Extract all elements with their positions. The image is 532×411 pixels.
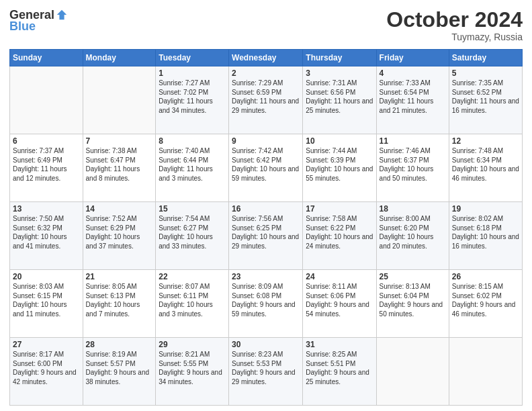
day-info: Sunrise: 7:33 AMSunset: 6:54 PMDaylight:… [380, 79, 446, 115]
calendar-week-row: 20Sunrise: 8:03 AMSunset: 6:15 PMDayligh… [10, 270, 523, 338]
day-number: 14 [86, 204, 153, 214]
day-info: Sunrise: 7:50 AMSunset: 6:32 PMDaylight:… [13, 214, 80, 250]
table-row: 24Sunrise: 8:11 AMSunset: 6:06 PMDayligh… [303, 270, 376, 338]
day-number: 18 [380, 204, 446, 214]
table-row: 12Sunrise: 7:48 AMSunset: 6:34 PMDayligh… [449, 134, 522, 202]
table-row [376, 338, 449, 406]
day-info: Sunrise: 8:00 AMSunset: 6:20 PMDaylight:… [380, 214, 446, 250]
day-number: 21 [86, 272, 153, 281]
col-tuesday: Tuesday [156, 50, 229, 66]
day-info: Sunrise: 7:42 AMSunset: 6:42 PMDaylight:… [232, 146, 300, 183]
day-info: Sunrise: 8:21 AMSunset: 5:55 PMDaylight:… [159, 350, 226, 386]
page-container: General Blue October 2024 Tuymazy, Russi… [0, 0, 532, 411]
header: General Blue October 2024 Tuymazy, Russi… [9, 8, 523, 42]
table-row: 20Sunrise: 8:03 AMSunset: 6:15 PMDayligh… [10, 270, 83, 338]
table-row: 4Sunrise: 7:33 AMSunset: 6:54 PMDaylight… [376, 66, 449, 134]
table-row: 9Sunrise: 7:42 AMSunset: 6:42 PMDaylight… [229, 134, 303, 202]
table-row: 2Sunrise: 7:29 AMSunset: 6:59 PMDaylight… [229, 66, 303, 134]
day-number: 15 [159, 204, 226, 214]
day-info: Sunrise: 7:52 AMSunset: 6:29 PMDaylight:… [86, 214, 153, 250]
day-info: Sunrise: 7:58 AMSunset: 6:22 PMDaylight:… [306, 214, 373, 250]
col-wednesday: Wednesday [229, 50, 303, 66]
day-info: Sunrise: 7:46 AMSunset: 6:37 PMDaylight:… [380, 146, 446, 183]
day-info: Sunrise: 7:40 AMSunset: 6:44 PMDaylight:… [159, 146, 226, 183]
location: Tuymazy, Russia [386, 32, 523, 42]
table-row: 10Sunrise: 7:44 AMSunset: 6:39 PMDayligh… [303, 134, 376, 202]
day-number: 5 [452, 68, 519, 78]
day-number: 16 [232, 204, 300, 214]
table-row: 25Sunrise: 8:13 AMSunset: 6:04 PMDayligh… [376, 270, 449, 338]
table-row: 11Sunrise: 7:46 AMSunset: 6:37 PMDayligh… [376, 134, 449, 202]
table-row: 28Sunrise: 8:19 AMSunset: 5:57 PMDayligh… [83, 338, 156, 406]
svg-marker-0 [57, 9, 66, 19]
table-row: 21Sunrise: 8:05 AMSunset: 6:13 PMDayligh… [83, 270, 156, 338]
day-number: 22 [159, 272, 226, 281]
day-info: Sunrise: 8:05 AMSunset: 6:13 PMDaylight:… [86, 282, 153, 318]
day-info: Sunrise: 8:15 AMSunset: 6:02 PMDaylight:… [452, 282, 519, 318]
calendar-week-row: 1Sunrise: 7:27 AMSunset: 7:02 PMDaylight… [10, 66, 523, 134]
col-friday: Friday [376, 50, 449, 66]
table-row: 19Sunrise: 8:02 AMSunset: 6:18 PMDayligh… [449, 202, 522, 270]
day-number: 13 [13, 204, 80, 214]
day-info: Sunrise: 7:54 AMSunset: 6:27 PMDaylight:… [159, 214, 226, 250]
day-number: 23 [232, 272, 300, 281]
table-row: 30Sunrise: 8:23 AMSunset: 5:53 PMDayligh… [229, 338, 303, 406]
table-row: 29Sunrise: 8:21 AMSunset: 5:55 PMDayligh… [156, 338, 229, 406]
day-info: Sunrise: 8:11 AMSunset: 6:06 PMDaylight:… [306, 282, 373, 318]
logo-blue: Blue [9, 19, 36, 34]
day-number: 25 [380, 272, 446, 281]
day-number: 7 [86, 136, 153, 146]
day-number: 10 [306, 136, 373, 146]
day-info: Sunrise: 7:29 AMSunset: 6:59 PMDaylight:… [232, 79, 300, 115]
table-row: 18Sunrise: 8:00 AMSunset: 6:20 PMDayligh… [376, 202, 449, 270]
month-title: October 2024 [386, 8, 523, 32]
day-info: Sunrise: 7:31 AMSunset: 6:56 PMDaylight:… [306, 79, 373, 115]
table-row: 22Sunrise: 8:07 AMSunset: 6:11 PMDayligh… [156, 270, 229, 338]
calendar-week-row: 13Sunrise: 7:50 AMSunset: 6:32 PMDayligh… [10, 202, 523, 270]
day-number: 12 [452, 136, 519, 146]
day-info: Sunrise: 8:23 AMSunset: 5:53 PMDaylight:… [232, 350, 300, 386]
day-number: 31 [306, 340, 373, 349]
day-info: Sunrise: 7:38 AMSunset: 6:47 PMDaylight:… [86, 146, 153, 183]
table-row: 17Sunrise: 7:58 AMSunset: 6:22 PMDayligh… [303, 202, 376, 270]
table-row: 7Sunrise: 7:38 AMSunset: 6:47 PMDaylight… [83, 134, 156, 202]
day-number: 3 [306, 68, 373, 78]
logo-icon [56, 9, 68, 21]
day-info: Sunrise: 7:56 AMSunset: 6:25 PMDaylight:… [232, 214, 300, 250]
col-monday: Monday [83, 50, 156, 66]
col-saturday: Saturday [449, 50, 522, 66]
day-info: Sunrise: 8:09 AMSunset: 6:08 PMDaylight:… [232, 282, 300, 318]
table-row: 16Sunrise: 7:56 AMSunset: 6:25 PMDayligh… [229, 202, 303, 270]
day-info: Sunrise: 8:25 AMSunset: 5:51 PMDaylight:… [306, 350, 373, 386]
day-number: 26 [452, 272, 519, 281]
day-number: 11 [380, 136, 446, 146]
table-row: 31Sunrise: 8:25 AMSunset: 5:51 PMDayligh… [303, 338, 376, 406]
day-number: 24 [306, 272, 373, 281]
table-row: 14Sunrise: 7:52 AMSunset: 6:29 PMDayligh… [83, 202, 156, 270]
day-info: Sunrise: 7:35 AMSunset: 6:52 PMDaylight:… [452, 79, 519, 115]
day-number: 8 [159, 136, 226, 146]
day-info: Sunrise: 8:03 AMSunset: 6:15 PMDaylight:… [13, 282, 80, 318]
calendar-header-row: Sunday Monday Tuesday Wednesday Thursday… [10, 50, 523, 66]
calendar-week-row: 27Sunrise: 8:17 AMSunset: 6:00 PMDayligh… [10, 338, 523, 406]
day-number: 4 [380, 68, 446, 78]
logo: General Blue [9, 8, 68, 34]
table-row: 6Sunrise: 7:37 AMSunset: 6:49 PMDaylight… [10, 134, 83, 202]
table-row: 1Sunrise: 7:27 AMSunset: 7:02 PMDaylight… [156, 66, 229, 134]
day-info: Sunrise: 7:37 AMSunset: 6:49 PMDaylight:… [13, 146, 80, 183]
table-row: 15Sunrise: 7:54 AMSunset: 6:27 PMDayligh… [156, 202, 229, 270]
day-number: 6 [13, 136, 80, 146]
col-thursday: Thursday [303, 50, 376, 66]
table-row: 23Sunrise: 8:09 AMSunset: 6:08 PMDayligh… [229, 270, 303, 338]
table-row: 26Sunrise: 8:15 AMSunset: 6:02 PMDayligh… [449, 270, 522, 338]
table-row [449, 338, 522, 406]
day-info: Sunrise: 7:44 AMSunset: 6:39 PMDaylight:… [306, 146, 373, 183]
day-number: 17 [306, 204, 373, 214]
calendar-table: Sunday Monday Tuesday Wednesday Thursday… [9, 49, 523, 406]
table-row [83, 66, 156, 134]
table-row: 5Sunrise: 7:35 AMSunset: 6:52 PMDaylight… [449, 66, 522, 134]
day-info: Sunrise: 8:07 AMSunset: 6:11 PMDaylight:… [159, 282, 226, 318]
table-row: 8Sunrise: 7:40 AMSunset: 6:44 PMDaylight… [156, 134, 229, 202]
table-row: 3Sunrise: 7:31 AMSunset: 6:56 PMDaylight… [303, 66, 376, 134]
day-info: Sunrise: 8:19 AMSunset: 5:57 PMDaylight:… [86, 350, 153, 386]
